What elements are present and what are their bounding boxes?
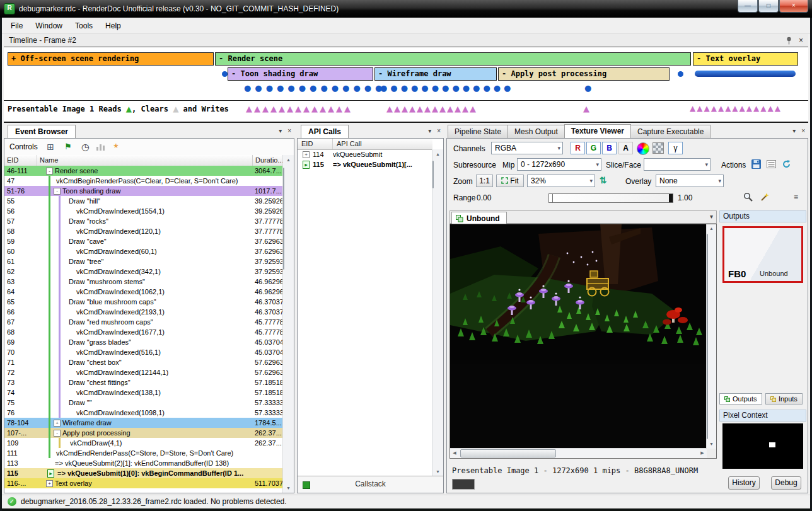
tab-inputs[interactable]: Inputs xyxy=(765,393,803,405)
zoom-combo[interactable]: 32%▾ xyxy=(527,175,595,187)
panel-dropdown-icon[interactable]: ▾ xyxy=(792,127,796,134)
write-cluster-2[interactable]: ▲ xyxy=(583,104,589,113)
callstack-section[interactable]: Callstack xyxy=(298,476,443,493)
timeline-close-icon[interactable]: × xyxy=(799,36,803,45)
texture-list-icon[interactable] xyxy=(767,159,776,169)
event-row[interactable]: 56vkCmdDrawIndexed(1554,1)39.25926 xyxy=(4,206,283,216)
draw-marker-dot[interactable] xyxy=(678,71,683,77)
scroll-down-icon[interactable]: ▼ xyxy=(283,483,294,493)
tab-texture-viewer[interactable]: Texture Viewer xyxy=(564,124,631,138)
api-call-row[interactable]: +114 vkQueueSubmit xyxy=(298,149,432,159)
event-row[interactable]: 51-76-Toon shading draw1017.7... xyxy=(4,186,283,196)
toon-dots[interactable]: ●●●●●●●●●●●●● xyxy=(244,83,386,93)
tab-mesh-output[interactable]: Mesh Output xyxy=(508,125,565,138)
event-row[interactable]: 61Draw "tree"37.92593 xyxy=(4,256,283,267)
api-call-row-selected[interactable]: 115 => vkQueueSubmit(1)[... xyxy=(298,159,432,169)
texture-vscrollbar[interactable]: ▲ ▼ xyxy=(706,224,716,449)
event-row[interactable]: 113=> vkQueueSubmit(2)[1]: vkEndCommandB… xyxy=(4,458,283,468)
options-star-icon[interactable]: * xyxy=(110,141,122,152)
event-row[interactable]: 75Draw ""57.33333 xyxy=(4,398,283,408)
stats-icon[interactable] xyxy=(96,143,105,151)
scroll-up-icon[interactable]: ▲ xyxy=(432,149,443,159)
mip-combo[interactable]: 0 - 1272x690▾ xyxy=(517,158,601,171)
event-row[interactable]: 66vkCmdDrawIndexed(2193,1)46.37037 xyxy=(4,307,283,317)
event-row[interactable]: 65Draw "blue mushroom caps"46.37037 xyxy=(4,297,283,307)
range-slider[interactable] xyxy=(548,193,673,203)
expander-icon[interactable]: - xyxy=(54,188,61,195)
tab-api-calls[interactable]: API Calls xyxy=(301,125,349,138)
menu-help[interactable]: Help xyxy=(99,19,127,33)
gamma-button[interactable]: γ xyxy=(668,142,683,154)
menu-window[interactable]: Window xyxy=(29,19,69,33)
write-cluster-3[interactable]: ▲▲▲▲▲▲▲▲▲▲▲▲▲ xyxy=(690,104,782,113)
event-row[interactable]: 68vkCmdDrawIndexed(1677,1)45.77778 xyxy=(4,327,283,337)
event-row[interactable]: 58vkCmdDrawIndexed(120,1)37.77778 xyxy=(4,226,283,236)
write-cluster-1[interactable]: ▲▲▲▲▲▲▲▲▲▲▲▲ xyxy=(386,104,477,113)
tab-capture-executable[interactable]: Capture Executable xyxy=(630,125,710,138)
event-row[interactable]: 76vkCmdDrawIndexed(1098,1)57.33333 xyxy=(4,408,283,418)
green-channel-button[interactable]: G xyxy=(586,142,601,154)
event-row[interactable]: 72vkCmdDrawIndexed(12144,1)57.62963 xyxy=(4,367,283,377)
scrollbar-thumb[interactable] xyxy=(283,168,284,270)
event-row[interactable]: 74vkCmdDrawIndexed(138,1)57.18518 xyxy=(4,388,283,398)
texture-list-dropdown-icon[interactable]: ▾ xyxy=(710,213,713,220)
debug-button[interactable]: Debug xyxy=(771,476,801,490)
menu-tools[interactable]: Tools xyxy=(69,19,99,33)
panel-close-icon[interactable]: × xyxy=(437,127,441,134)
color-wheel-icon[interactable] xyxy=(637,142,649,155)
event-row[interactable]: 62vkCmdDrawIndexed(342,1)37.92593 xyxy=(4,267,283,277)
minimize-button[interactable]: — xyxy=(738,0,758,13)
write-cluster-0[interactable]: ▲▲▲▲▲▲▲▲▲▲▲▲▲ xyxy=(246,104,352,113)
event-row[interactable]: 59Draw "cave"37.62963 xyxy=(4,236,283,246)
channels-combo[interactable]: RGBA▾ xyxy=(491,142,563,154)
event-row[interactable]: 60vkCmdDrawIndexed(60,1)37.62963 xyxy=(4,246,283,256)
event-row[interactable]: 78-104+Wireframe draw1784.5... xyxy=(4,418,283,428)
event-row[interactable]: 64vkCmdDrawIndexed(1062,1)46.96296 xyxy=(4,287,283,297)
event-row[interactable]: 63Draw "mushroom stems"46.96296 xyxy=(4,277,283,287)
tl-block-postproc[interactable]: - Apply post processing xyxy=(498,67,670,81)
tab-unbound-texture[interactable]: Unbound xyxy=(451,212,507,224)
event-row[interactable]: 69Draw "grass blades"45.03704 xyxy=(4,337,283,347)
range-magnifier-icon[interactable] xyxy=(743,192,753,202)
range-handle-white[interactable] xyxy=(669,194,673,202)
event-row[interactable]: 111vkCmdEndRenderPass(C=Store, D=Store, … xyxy=(4,448,283,458)
refresh-icon[interactable] xyxy=(782,159,791,169)
time-draws-icon[interactable]: ◷ xyxy=(79,141,91,152)
scrollbar-thumb[interactable] xyxy=(460,449,556,457)
draw-marker-dot[interactable] xyxy=(222,71,228,77)
expander-icon[interactable]: + xyxy=(303,151,310,158)
event-row[interactable]: 107-...-Apply post processing262.37... xyxy=(4,428,283,438)
tab-pipeline-state[interactable]: Pipeline State xyxy=(448,125,508,138)
texture-render[interactable] xyxy=(450,224,707,449)
overlay-combo[interactable]: None▾ xyxy=(656,175,724,187)
scroll-down-icon[interactable]: ▼ xyxy=(432,467,443,476)
scroll-up-icon[interactable]: ▲ xyxy=(707,224,716,233)
autofit-wand-icon[interactable] xyxy=(760,192,770,202)
tab-outputs[interactable]: Outputs xyxy=(719,393,762,405)
scroll-right-icon[interactable]: ▶ xyxy=(698,449,707,458)
expander-icon[interactable]: + xyxy=(46,480,53,487)
zoom-fit-button[interactable]: Fit xyxy=(496,175,524,187)
texture-hscrollbar[interactable]: ◀ ▶ xyxy=(450,448,707,458)
scroll-down-icon[interactable]: ▼ xyxy=(707,440,716,449)
panel-close-icon[interactable]: × xyxy=(287,127,291,134)
overflow-menu-icon[interactable]: ≡ xyxy=(794,193,798,202)
slice-face-combo[interactable]: ▾ xyxy=(644,158,710,171)
tl-block-render_scene[interactable]: - Render scene xyxy=(215,52,691,66)
tl-block-wireframe[interactable]: - Wireframe draw xyxy=(374,67,497,81)
event-row[interactable]: 55Draw "hill"39.25926 xyxy=(4,196,283,206)
red-channel-button[interactable]: R xyxy=(571,142,585,154)
expander-icon[interactable]: + xyxy=(54,420,61,427)
close-button[interactable]: × xyxy=(779,0,808,13)
pin-icon[interactable] xyxy=(786,37,792,45)
maximize-button[interactable]: □ xyxy=(758,0,779,13)
bookmark-icon[interactable]: ⊞ xyxy=(45,141,56,152)
blue-channel-button[interactable]: B xyxy=(602,142,617,154)
menu-file[interactable]: File xyxy=(4,19,29,33)
checkerboard-background-icon[interactable] xyxy=(652,142,664,154)
api-calls-scrollbar[interactable]: ▲ ▼ xyxy=(432,149,443,476)
wireframe-dots[interactable]: ●●●●●●●●●●●●● xyxy=(380,83,514,93)
event-row[interactable]: 57Draw "rocks"37.77778 xyxy=(4,216,283,226)
event-row[interactable]: 71Draw "chest box"57.62963 xyxy=(4,357,283,367)
event-browser-scrollbar[interactable]: ▲ ▼ xyxy=(282,155,294,493)
